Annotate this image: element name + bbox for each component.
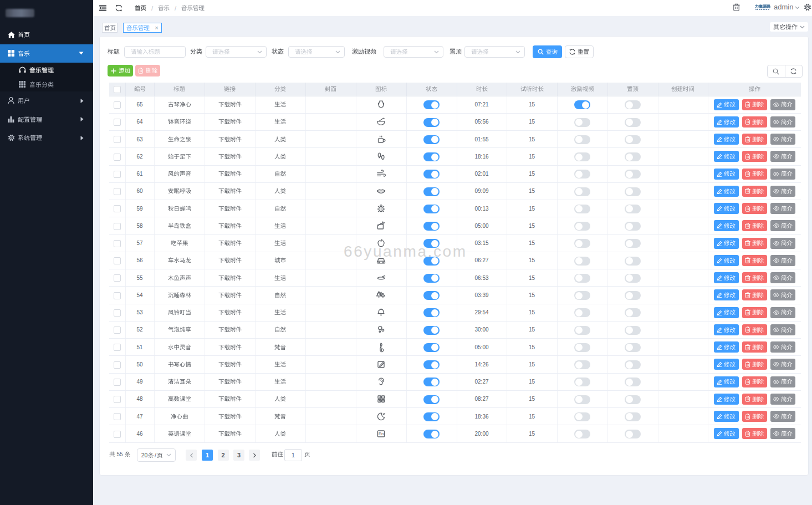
svg-text:En: En [379, 431, 384, 436]
